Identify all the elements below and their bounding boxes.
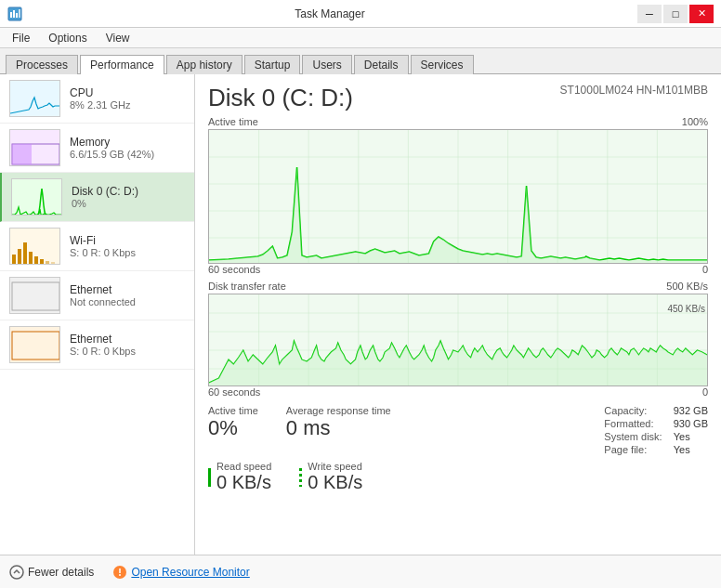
fewer-details-button[interactable]: Fewer details <box>9 565 94 580</box>
ethernet2-value: S: 0 R: 0 Kbps <box>70 346 185 357</box>
ethernet2-name: Ethernet <box>70 333 185 346</box>
disk-thumbnail <box>11 178 62 216</box>
tab-services[interactable]: Services <box>411 55 474 74</box>
window-title: Task Manager <box>22 7 637 20</box>
maximize-button[interactable]: □ <box>663 5 688 23</box>
cpu-info: CPU 8% 2.31 GHz <box>70 86 185 111</box>
ethernet2-info: Ethernet S: 0 R: 0 Kbps <box>70 333 185 357</box>
write-speed-label: Write speed <box>308 461 362 472</box>
tab-performance[interactable]: Performance <box>80 55 164 74</box>
svg-point-54 <box>119 574 121 576</box>
sidebar-item-ethernet2[interactable]: Ethernet S: 0 R: 0 Kbps <box>0 320 194 370</box>
wifi-thumbnail <box>9 228 60 265</box>
avg-response-label: Average response time <box>286 405 391 416</box>
transfer-rate-chart: 450 KB/s <box>208 294 708 386</box>
capacity-value: 932 GB <box>674 405 708 416</box>
formatted-value: 930 GB <box>674 418 708 429</box>
ethernet1-thumbnail <box>9 277 60 314</box>
ethernet2-thumbnail <box>9 326 60 363</box>
read-speed-indicator <box>208 468 211 487</box>
menu-file[interactable]: File <box>4 29 38 47</box>
svg-rect-19 <box>10 278 60 314</box>
avg-response-value: 0 ms <box>286 416 391 440</box>
open-resource-monitor-link[interactable]: Open Resource Monitor <box>112 565 249 580</box>
memory-value: 6.6/15.9 GB (42%) <box>70 149 185 160</box>
active-time-value: 0% <box>208 416 258 440</box>
chart1-bottom-right: 0 <box>702 264 708 275</box>
chart1-labels: Active time 100% <box>208 116 708 127</box>
chart1-bottom-left: 60 seconds <box>208 264 260 275</box>
detail-model: ST1000LM024 HN-M101MBB <box>560 84 708 97</box>
minimize-button[interactable]: ─ <box>637 5 662 23</box>
stats-left: Active time 0% Average response time 0 m… <box>208 405 604 455</box>
sidebar: CPU 8% 2.31 GHz Memory 6.6/15.9 GB (42%) <box>0 74 195 555</box>
fewer-details-label: Fewer details <box>28 566 94 579</box>
close-button[interactable]: ✕ <box>689 5 714 23</box>
main-content: CPU 8% 2.31 GHz Memory 6.6/15.9 GB (42%) <box>0 74 721 555</box>
read-speed-info: Read speed 0 KB/s <box>216 461 271 493</box>
svg-rect-3 <box>16 13 18 18</box>
chart2-labels: Disk transfer rate 500 KB/s <box>208 281 708 292</box>
stats-bottom: Active time 0% Average response time 0 m… <box>208 405 708 455</box>
active-time-stat: Active time 0% <box>208 405 258 455</box>
chart2-top-right: 500 KB/s <box>666 281 708 292</box>
svg-rect-13 <box>23 242 27 264</box>
sidebar-item-ethernet1[interactable]: Ethernet Not connected <box>0 271 194 320</box>
sidebar-item-disk0[interactable]: Disk 0 (C: D:) 0% <box>0 173 194 222</box>
svg-point-51 <box>10 566 23 579</box>
read-speed-item: Read speed 0 KB/s <box>208 461 271 493</box>
wifi-name: Wi-Fi <box>70 234 185 247</box>
write-speed-info: Write speed 0 KB/s <box>308 461 362 493</box>
transfer-rate-chart-section: Disk transfer rate 500 KB/s 450 KB/s <box>208 281 708 398</box>
svg-rect-12 <box>18 249 21 264</box>
chart2-second-right: 450 KB/s <box>667 304 705 314</box>
detail-panel: Disk 0 (C: D:) ST1000LM024 HN-M101MBB Ac… <box>195 74 721 555</box>
system-disk-label: System disk: <box>604 431 662 442</box>
memory-thumbnail <box>9 129 60 166</box>
read-speed-label: Read speed <box>216 461 271 472</box>
avg-response-stat: Average response time 0 ms <box>286 405 391 455</box>
tab-details[interactable]: Details <box>354 55 409 74</box>
svg-rect-4 <box>19 9 20 18</box>
tab-processes[interactable]: Processes <box>6 55 78 74</box>
disk-info: Disk 0 (C: D:) 0% <box>72 185 185 209</box>
disk-value: 0% <box>72 198 185 209</box>
cpu-name: CPU <box>70 86 185 99</box>
tab-users[interactable]: Users <box>302 55 351 74</box>
menu-options[interactable]: Options <box>40 29 95 47</box>
write-speed-item: Write speed 0 KB/s <box>299 461 362 493</box>
chart2-bottom-right: 0 <box>702 386 708 398</box>
active-time-label: Active time <box>208 405 258 416</box>
ethernet1-value: Not connected <box>70 296 185 307</box>
system-disk-value: Yes <box>674 431 708 442</box>
write-speed-indicator <box>299 468 302 487</box>
wifi-info: Wi-Fi S: 0 R: 0 Kbps <box>70 234 185 258</box>
chart1-top-right: 100% <box>682 116 708 127</box>
bottom-bar: Fewer details Open Resource Monitor <box>0 555 721 588</box>
chart2-bottom-labels: 60 seconds 0 <box>208 386 708 398</box>
menu-view[interactable]: View <box>98 29 138 47</box>
detail-title: Disk 0 (C: D:) <box>208 84 353 112</box>
sidebar-item-memory[interactable]: Memory 6.6/15.9 GB (42%) <box>0 124 194 173</box>
svg-rect-16 <box>40 259 44 264</box>
formatted-label: Formatted: <box>604 418 662 429</box>
memory-info: Memory 6.6/15.9 GB (42%) <box>70 136 185 160</box>
cpu-thumbnail <box>9 80 60 117</box>
detail-header: Disk 0 (C: D:) ST1000LM024 HN-M101MBB <box>208 84 708 112</box>
chevron-up-icon <box>9 565 24 580</box>
app-icon <box>7 7 22 21</box>
ethernet1-name: Ethernet <box>70 283 185 296</box>
active-time-chart <box>208 129 708 264</box>
memory-name: Memory <box>70 136 185 149</box>
resource-monitor-icon <box>112 565 127 580</box>
sidebar-item-cpu[interactable]: CPU 8% 2.31 GHz <box>0 74 194 124</box>
svg-rect-18 <box>51 262 55 264</box>
sidebar-item-wifi[interactable]: Wi-Fi S: 0 R: 0 Kbps <box>0 222 194 271</box>
tab-startup[interactable]: Startup <box>244 55 301 74</box>
svg-rect-17 <box>46 261 49 264</box>
title-bar: Task Manager ─ □ ✕ <box>0 0 721 28</box>
cpu-value: 8% 2.31 GHz <box>70 99 185 111</box>
tab-app-history[interactable]: App history <box>166 55 243 74</box>
menu-bar: File Options View <box>0 28 721 48</box>
speed-row: Read speed 0 KB/s Write speed 0 KB/s <box>208 461 708 493</box>
